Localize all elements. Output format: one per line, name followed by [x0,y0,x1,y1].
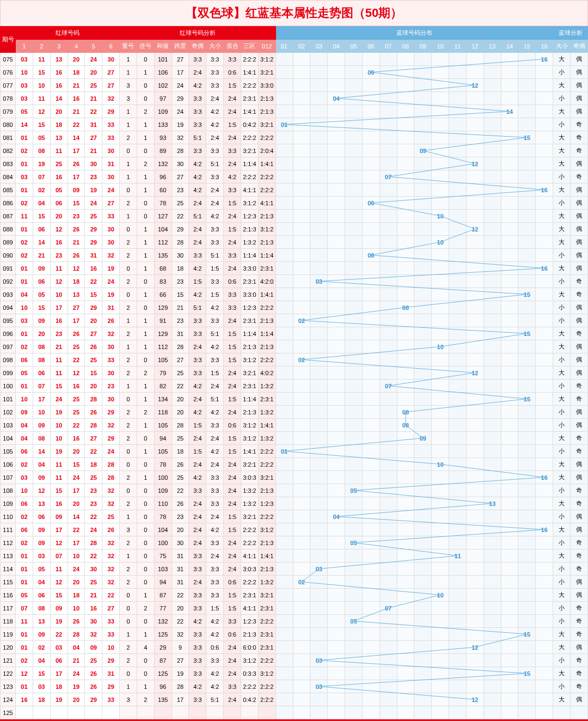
red-ball: 24 [68,471,85,484]
analysis-cell: 0 [137,275,154,288]
analysis-cell: 2:2:2 [241,680,258,693]
blue-dist-cell [345,92,363,105]
analysis-cell: 1:2:3 [241,301,258,314]
blue-dist-cell [518,471,536,484]
analysis-cell: 2:4 [224,654,241,667]
table-row: 0780311141621323097293:32:42:42:3:12:1:3… [1,92,588,105]
blue-dist-cell [397,693,414,706]
red-ball: 01 [16,131,33,144]
table-row: 1130103071022321075313:32:42:44:1:11:4:1… [1,549,588,563]
blue-dist-cell [414,262,432,275]
period-cell: 103 [1,419,16,432]
red-ball: 20 [68,693,85,706]
analysis-cell: 3:3 [189,144,206,157]
red-ball: 29 [85,223,102,236]
analysis-cell: 2 [120,353,137,366]
analysis-cell: 1 [137,236,154,249]
analysis-cell: 23 [171,314,189,327]
red-ball: 16 [50,66,68,79]
blue-dist-cell [293,693,310,706]
blue-dist-cell [483,589,501,602]
analysis-cell: 18 [171,445,189,458]
red-col-5: 5 [85,40,102,53]
col-blue-group: 蓝球号码分布 [275,27,553,40]
analysis-cell: 1:4:1 [258,288,275,301]
blue-ball: 16 [536,471,553,484]
blue-dist-cell [397,366,414,380]
blue-dist-cell [536,236,553,249]
analysis-cell: 1 [137,262,154,275]
analysis-cell: 2:4 [224,693,241,706]
analysis-cell: 104 [154,523,171,536]
analysis-cell: 2 [120,197,137,210]
blue-dist-cell [345,79,363,92]
occurrence-label: 出现次数 [1,719,276,722]
blue-dist-cell [518,170,536,184]
analysis-cell: 3 [120,693,137,706]
occurrence-cell: 3 [293,719,310,722]
blue-dist-cell [414,628,432,641]
blue-dist-cell [466,497,483,510]
period-cell: 121 [1,654,16,667]
blue-dist-cell [379,236,397,249]
red-ball: 14 [33,236,50,249]
red-ball: 30 [102,393,120,406]
red-ball: 16 [50,79,68,92]
table-row: 07703101621252730102244:23:31:52:2:23:3:… [1,79,588,92]
red-ball: 15 [33,210,50,223]
red-ball: 11 [16,615,33,628]
analysis-cell: 3:2:1 [258,66,275,79]
blue-dist-cell [414,615,432,628]
blue-dist-cell [501,458,518,471]
analysis-cell: 28 [171,236,189,249]
blue-dist-cell [275,249,293,262]
analysis-cell: 2 [120,406,137,419]
blue-dist-cell [345,432,363,445]
analysis-cell: 3:3 [206,484,224,497]
blue-analysis-cell: 偶 [571,576,588,589]
blue-dist-cell [483,301,501,314]
red-ball: 17 [50,667,68,680]
blue-dist-cell [414,549,432,563]
period-cell: 105 [1,445,16,458]
red-col-1: 1 [16,40,33,53]
red-ball: 32 [85,628,102,641]
blue-dist-cell [432,92,449,105]
blue-dist-cell [518,680,536,693]
analysis-cell: 3:1:2 [241,353,258,366]
analysis-cell: 3:3 [224,615,241,628]
occurrence-cell: 5 [432,719,449,722]
blue-dist-cell [466,576,483,589]
red-ball: 16 [68,432,85,445]
blue-dist-cell [293,223,310,236]
analysis-cell: 0 [137,654,154,667]
blue-dist-cell [414,170,432,184]
period-cell: 076 [1,66,16,79]
blue-dist-cell [449,484,467,497]
analysis-cell: 3 [120,92,137,105]
analysis-cell: 1:5 [206,602,224,615]
red-ball: 02 [16,458,33,471]
blue-dist-cell [362,654,379,667]
analysis-cell: 1:3:2 [241,497,258,510]
blue-dist-cell [483,641,501,654]
red-ball: 29 [102,680,120,693]
blue-dist-cell [432,380,449,393]
analysis-cell: 2:4 [206,131,224,144]
blue-dist-cell [501,432,518,445]
analysis-cell: 2:3:1 [258,602,275,615]
blue-analysis-cell: 奇 [571,288,588,301]
red-ball: 17 [33,393,50,406]
analysis-cell: 19 [171,667,189,680]
analysis-cell: 3:1:2 [241,432,258,445]
analysis-cell: 3:3 [189,628,206,641]
blue-dist-cell [466,406,483,419]
analysis-cell: 1:4:1 [258,549,275,563]
blue-ball: 08 [397,419,414,432]
analysis-cell: 1:2:3 [258,497,275,510]
red-ball: 14 [33,445,50,458]
analysis-cell: 129 [154,301,171,314]
red-ball: 14 [50,92,68,105]
blue-dist-cell [414,79,432,92]
analysis-cell: 2:2:2 [241,170,258,184]
